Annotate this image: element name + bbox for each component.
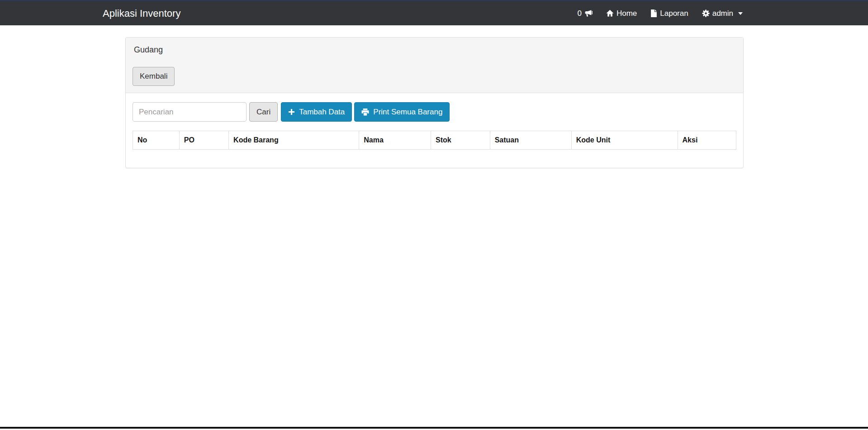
nav-notifications[interactable]: 0 xyxy=(570,1,599,25)
search-input[interactable] xyxy=(133,102,247,122)
page-title: Gudang xyxy=(134,45,736,55)
search-button[interactable]: Cari xyxy=(249,102,278,122)
col-kode-unit: Kode Unit xyxy=(571,131,678,150)
col-nama: Nama xyxy=(359,131,431,150)
notification-count: 0 xyxy=(577,9,581,18)
app-brand[interactable]: Aplikasi Inventory xyxy=(103,1,180,25)
col-aksi: Aksi xyxy=(678,131,736,150)
panel-body: Cari Tambah Data xyxy=(126,93,743,168)
gudang-panel: Gudang Kembali Cari Tambah Data xyxy=(125,37,744,168)
caret-down-icon xyxy=(738,12,743,15)
home-icon xyxy=(606,9,614,17)
gear-icon xyxy=(702,9,710,17)
inventory-table: No PO Kode Barang Nama Stok Satuan Kode … xyxy=(133,131,736,150)
table-header-row: No PO Kode Barang Nama Stok Satuan Kode … xyxy=(133,131,736,150)
col-stok: Stok xyxy=(431,131,490,150)
print-all-button[interactable]: Print Semua Barang xyxy=(354,102,450,122)
nav-laporan[interactable]: Laporan xyxy=(644,1,695,25)
col-po: PO xyxy=(179,131,228,150)
nav-admin-dropdown[interactable]: admin xyxy=(695,1,749,25)
navbar-menu: 0 Home xyxy=(570,1,749,25)
col-satuan: Satuan xyxy=(490,131,571,150)
bullhorn-icon xyxy=(584,9,593,17)
print-all-label: Print Semua Barang xyxy=(373,108,442,117)
add-data-button[interactable]: Tambah Data xyxy=(281,102,352,122)
nav-admin-label: admin xyxy=(712,9,733,18)
nav-laporan-label: Laporan xyxy=(660,9,688,18)
printer-icon xyxy=(361,109,369,116)
col-no: No xyxy=(133,131,180,150)
screen-bottom-edge xyxy=(0,427,868,429)
back-button[interactable]: Kembali xyxy=(133,67,175,86)
add-data-label: Tambah Data xyxy=(299,108,345,117)
nav-home-label: Home xyxy=(617,9,637,18)
plus-icon xyxy=(288,109,295,115)
nav-home[interactable]: Home xyxy=(599,1,644,25)
file-icon xyxy=(650,9,657,17)
col-kode-barang: Kode Barang xyxy=(229,131,359,150)
panel-heading: Gudang Kembali xyxy=(126,38,743,93)
navbar: Aplikasi Inventory 0 Home xyxy=(0,0,868,25)
toolbar: Cari Tambah Data xyxy=(133,102,736,122)
